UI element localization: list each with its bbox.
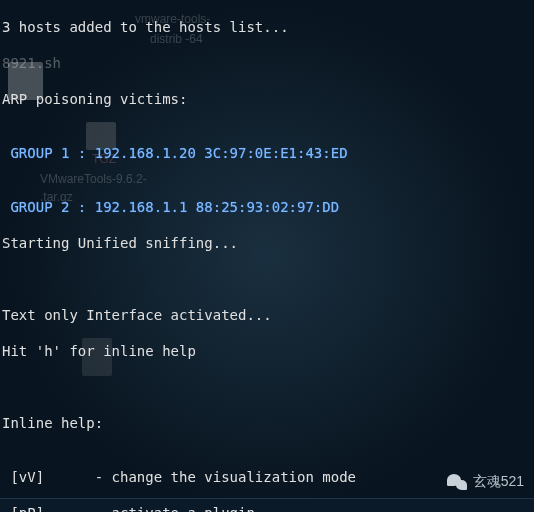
terminal-line: Hit 'h' for inline help: [2, 342, 532, 360]
terminal-group-1: GROUP 1 : 192.168.1.20 3C:97:0E:E1:43:ED: [2, 144, 532, 162]
terminal-output[interactable]: 3 hosts added to the hosts list... 8921.…: [0, 0, 534, 498]
wechat-icon: [447, 472, 467, 492]
terminal-help-line: [pP] - activate a plugin: [2, 504, 532, 512]
terminal-group-2: GROUP 2 : 192.168.1.1 88:25:93:02:97:DD: [2, 198, 532, 216]
terminal-line: Text only Interface activated...: [2, 306, 532, 324]
terminal-line: ARP poisoning victims:: [2, 90, 532, 108]
terminal-line: 3 hosts added to the hosts list...: [2, 18, 532, 36]
terminal-line: Starting Unified sniffing...: [2, 234, 532, 252]
terminal-help-header: Inline help:: [2, 414, 532, 432]
watermark-text: 玄魂521: [473, 473, 524, 491]
watermark: 玄魂521: [447, 472, 524, 492]
terminal-line: 8921.sh: [2, 54, 532, 72]
